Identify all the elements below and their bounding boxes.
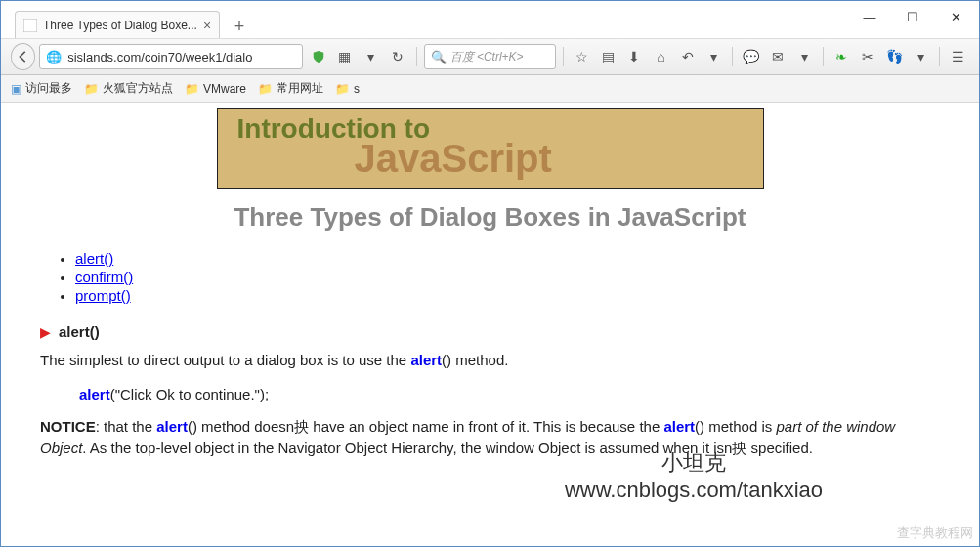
tab-title: Three Types of Dialog Boxe... <box>43 19 197 32</box>
new-tab-button[interactable]: + <box>228 15 251 38</box>
section-label: alert() <box>59 323 100 340</box>
keyword: alert <box>79 386 110 402</box>
search-placeholder: 百度 <Ctrl+K> <box>450 49 524 65</box>
search-bar[interactable]: 🔍 百度 <Ctrl+K> <box>424 44 556 69</box>
code-line: alert("Click Ok to continue."); <box>79 386 940 402</box>
notice-label: NOTICE <box>40 418 96 435</box>
qr-icon[interactable]: ▦ <box>333 44 356 69</box>
globe-icon: 🌐 <box>46 50 62 64</box>
text: () method is <box>695 418 776 435</box>
folder-icon: 📁 <box>185 82 199 96</box>
minimize-button[interactable]: — <box>848 3 891 30</box>
anchor-list: alert() confirm() prompt() <box>75 250 940 304</box>
paragraph: The simplest to direct output to a dialo… <box>40 350 940 372</box>
mail-icon[interactable]: ✉ <box>766 44 788 69</box>
keyword: alert <box>663 418 695 435</box>
tab-close-icon[interactable]: × <box>203 18 211 33</box>
bookmark-most-visited[interactable]: ▣ 访问最多 <box>11 80 72 97</box>
divider <box>823 47 824 66</box>
download-icon[interactable]: ⬇ <box>623 44 646 69</box>
tab-favicon-icon <box>23 19 37 32</box>
link-confirm[interactable]: confirm() <box>75 269 133 285</box>
clip-icon[interactable]: ✂ <box>857 44 879 69</box>
tab-bar: Three Types of Dialog Boxe... × + <box>1 9 979 38</box>
url-input[interactable] <box>67 50 296 64</box>
folder-icon: 📁 <box>335 82 350 96</box>
folder-icon: 📁 <box>258 82 273 96</box>
chevron-down-icon[interactable]: ▾ <box>703 44 725 69</box>
paragraph: NOTICE: that the alert() method doesn抰 h… <box>40 416 940 460</box>
link-prompt[interactable]: prompt() <box>75 287 131 304</box>
bookmark-common[interactable]: 📁 常用网址 <box>258 80 323 97</box>
pocket-icon[interactable]: ▤ <box>597 44 619 69</box>
bookmark-label: 常用网址 <box>277 80 323 97</box>
dropdown-icon[interactable]: ▾ <box>360 44 382 69</box>
bookmark-label: s <box>354 82 360 96</box>
folder-icon: 📁 <box>84 82 99 96</box>
window-controls: — ☐ ✕ <box>848 3 977 30</box>
text: () method doesn抰 have an object name in … <box>188 418 664 435</box>
page-icon: ▣ <box>11 82 21 96</box>
home-icon[interactable]: ⌂ <box>650 44 672 69</box>
url-bar[interactable]: 🌐 <box>39 44 303 69</box>
bookmark-label: 火狐官方站点 <box>103 80 173 97</box>
bookmarks-bar: ▣ 访问最多 📁 火狐官方站点 📁 VMware 📁 常用网址 📁 s <box>1 75 979 103</box>
close-window-button[interactable]: ✕ <box>934 3 977 30</box>
toolbar: 🌐 ▦ ▾ ↻ 🔍 百度 <Ctrl+K> ☆ ▤ ⬇ ⌂ ↶ ▾ 💬 ✉ ▾ … <box>1 38 979 75</box>
reload-button[interactable]: ↻ <box>387 44 409 69</box>
star-icon[interactable]: ☆ <box>571 44 593 69</box>
page-title: Three Types of Dialog Boxes in JavaScrip… <box>40 202 940 232</box>
text: . As the top-level object in the Navigat… <box>82 440 813 456</box>
back-button[interactable] <box>11 43 35 70</box>
link-alert[interactable]: alert() <box>75 250 113 267</box>
keyword: alert <box>156 418 188 435</box>
marker-icon: ▶ <box>40 324 51 340</box>
bookmark-vmware[interactable]: 📁 VMware <box>185 82 246 96</box>
divider <box>732 47 733 66</box>
text: ("Click Ok to continue."); <box>110 386 269 402</box>
bookmark-label: VMware <box>203 82 246 96</box>
titlebar <box>1 1 979 9</box>
section-heading-alert: ▶ alert() <box>40 323 940 340</box>
banner: Introduction to JavaScript <box>217 108 764 189</box>
undo-icon[interactable]: ↶ <box>676 44 699 69</box>
shield-icon[interactable] <box>307 44 329 69</box>
menu-icon[interactable]: ☰ <box>947 44 969 69</box>
chevron-down-icon[interactable]: ▾ <box>910 44 932 69</box>
chevron-down-icon[interactable]: ▾ <box>793 44 816 69</box>
page-content[interactable]: Introduction to JavaScript Three Types o… <box>1 103 979 547</box>
banner-line2: JavaScript <box>355 137 552 181</box>
footprint-icon[interactable]: 👣 <box>883 44 906 69</box>
divider <box>939 47 940 66</box>
bookmark-label: 访问最多 <box>25 80 72 97</box>
chat-icon[interactable]: 💬 <box>740 44 762 69</box>
text: The simplest to direct output to a dialo… <box>40 352 410 368</box>
tab-active[interactable]: Three Types of Dialog Boxe... × <box>15 11 220 38</box>
keyword: alert <box>410 352 442 368</box>
bookmark-firefox[interactable]: 📁 火狐官方站点 <box>84 80 173 97</box>
text: : that the <box>96 418 157 435</box>
search-icon: 🔍 <box>431 50 447 64</box>
svg-rect-0 <box>23 19 37 32</box>
text: () method. <box>442 352 508 368</box>
divider <box>416 47 417 66</box>
bookmark-s[interactable]: 📁 s <box>335 82 360 96</box>
evernote-icon[interactable]: ❧ <box>831 44 853 69</box>
maximize-button[interactable]: ☐ <box>891 3 934 30</box>
divider <box>563 47 564 66</box>
